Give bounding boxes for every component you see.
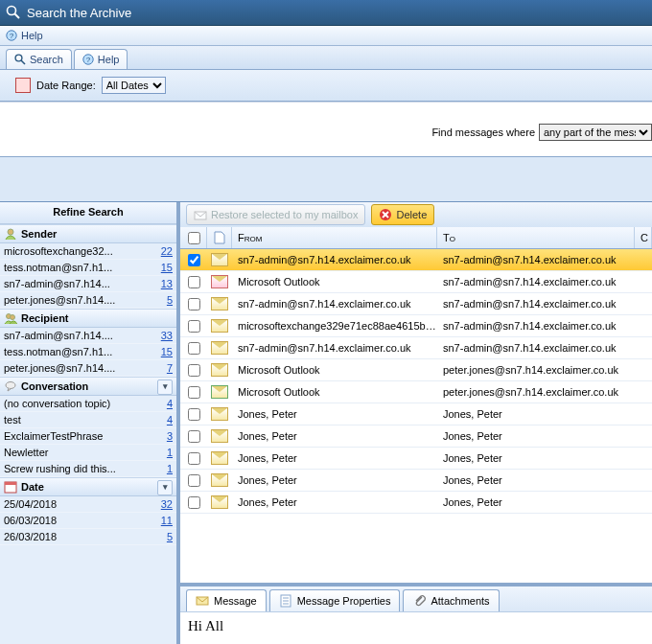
- grid-header: From To C: [180, 227, 652, 249]
- item-count[interactable]: 15: [155, 346, 173, 357]
- sidebar-item[interactable]: microsoftexchange32...22: [0, 243, 176, 260]
- item-count[interactable]: 5: [161, 294, 173, 306]
- sidebar-item[interactable]: 06/03/201811: [0, 513, 176, 529]
- row-from: sn7-admin@sn7.h14.exclaimer.co.uk: [232, 298, 437, 310]
- row-checkbox[interactable]: [180, 273, 207, 291]
- item-count[interactable]: 11: [155, 515, 173, 526]
- find-scope-select[interactable]: any part of the message: [539, 124, 652, 141]
- tab-message[interactable]: Message: [186, 589, 267, 611]
- table-row[interactable]: Jones, PeterJones, Peter: [180, 448, 652, 470]
- sidebar-item[interactable]: sn7-admin@sn7.h14....33: [0, 328, 176, 344]
- tab-attachments[interactable]: Attachments: [403, 589, 499, 611]
- table-row[interactable]: sn7-admin@sn7.h14.exclaimer.co.uksn7-adm…: [180, 249, 652, 271]
- sidebar-item[interactable]: Screw rushing did this...1: [0, 461, 176, 477]
- item-label: 26/03/2018: [4, 531, 161, 542]
- delete-button[interactable]: Delete: [371, 204, 434, 225]
- chevron-down-icon[interactable]: ▾: [157, 480, 173, 495]
- row-from: Microsoft Outlook: [232, 386, 437, 398]
- sidebar-section-recipient[interactable]: Recipient: [0, 309, 176, 328]
- table-row[interactable]: microsoftexchange329e71ec88ae4615bb...sn…: [180, 315, 652, 337]
- sidebar-section-date[interactable]: Date▾: [0, 477, 176, 496]
- row-checkbox[interactable]: [180, 405, 207, 424]
- item-count[interactable]: 4: [161, 398, 173, 409]
- tab-help[interactable]: ? Help: [74, 49, 128, 69]
- row-checkbox[interactable]: [180, 427, 207, 446]
- sidebar-section-sender[interactable]: Sender: [0, 224, 176, 243]
- table-row[interactable]: Microsoft Outlookpeter.jones@sn7.h14.exc…: [180, 359, 652, 381]
- item-count[interactable]: 15: [155, 262, 173, 273]
- row-checkbox[interactable]: [180, 449, 207, 468]
- header-cc[interactable]: C: [635, 227, 652, 248]
- svg-point-10: [11, 315, 15, 320]
- row-icon: [207, 341, 232, 355]
- table-row[interactable]: sn7-admin@sn7.h14.exclaimer.co.uksn7-adm…: [180, 293, 652, 315]
- table-row[interactable]: sn7-admin@sn7.h14.exclaimer.co.uksn7-adm…: [180, 337, 652, 359]
- item-count[interactable]: 1: [161, 447, 173, 458]
- restore-button[interactable]: Restore selected to my mailbox: [186, 204, 365, 225]
- row-to: Jones, Peter: [437, 452, 635, 464]
- tab-properties[interactable]: Message Properties: [269, 589, 401, 611]
- window-title: Search the Archive: [27, 6, 131, 20]
- table-row[interactable]: Jones, PeterJones, Peter: [180, 426, 652, 448]
- row-from: Jones, Peter: [232, 430, 437, 442]
- row-to: peter.jones@sn7.h14.exclaimer.co.uk: [437, 386, 635, 398]
- table-row[interactable]: Jones, PeterJones, Peter: [180, 470, 652, 492]
- envelope-icon: [211, 385, 228, 399]
- sidebar-item[interactable]: sn7-admin@sn7.h14...13: [0, 276, 176, 292]
- sidebar-item[interactable]: tess.notman@sn7.h1...15: [0, 260, 176, 276]
- tab-label: Search: [30, 54, 63, 65]
- header-checkbox[interactable]: [180, 227, 207, 248]
- menu-help[interactable]: Help: [21, 30, 43, 41]
- item-count[interactable]: 22: [155, 245, 173, 257]
- item-count[interactable]: 5: [161, 531, 173, 542]
- row-checkbox[interactable]: [180, 494, 207, 512]
- table-row[interactable]: Jones, PeterJones, Peter: [180, 492, 652, 514]
- tab-search[interactable]: Search: [6, 49, 72, 69]
- row-to: sn7-admin@sn7.h14.exclaimer.co.uk: [437, 254, 635, 265]
- help-icon: ?: [6, 30, 17, 41]
- item-count[interactable]: 7: [161, 362, 173, 374]
- item-count[interactable]: 3: [161, 430, 173, 442]
- svg-text:?: ?: [86, 56, 91, 64]
- sidebar-item[interactable]: (no conversation topic)4: [0, 396, 176, 412]
- row-icon: [207, 429, 232, 443]
- row-checkbox[interactable]: [180, 383, 207, 402]
- row-checkbox[interactable]: [180, 339, 207, 357]
- item-count[interactable]: 32: [155, 498, 173, 510]
- svg-text:?: ?: [10, 32, 14, 40]
- date-range-select[interactable]: All Dates: [102, 77, 166, 94]
- chevron-down-icon[interactable]: ▾: [157, 380, 173, 395]
- header-to[interactable]: To: [437, 227, 635, 248]
- envelope-icon: [211, 495, 228, 509]
- header-icon: [207, 227, 232, 248]
- tab-label: Message: [214, 595, 257, 607]
- header-from[interactable]: From: [232, 227, 437, 248]
- sidebar-item[interactable]: Newletter1: [0, 445, 176, 461]
- row-checkbox[interactable]: [180, 472, 207, 490]
- row-from: sn7-admin@sn7.h14.exclaimer.co.uk: [232, 254, 437, 265]
- row-checkbox[interactable]: [180, 317, 207, 335]
- title-bar: Search the Archive: [0, 0, 652, 26]
- table-row[interactable]: Microsoft Outlooksn7-admin@sn7.h14.excla…: [180, 271, 652, 293]
- sidebar-item[interactable]: 25/04/201832: [0, 496, 176, 513]
- paperclip-icon: [412, 594, 426, 608]
- envelope-icon: [211, 253, 228, 266]
- row-icon: [207, 297, 232, 310]
- sidebar-section-conversation[interactable]: Conversation▾: [0, 377, 176, 396]
- row-checkbox[interactable]: [180, 295, 207, 313]
- sidebar-item[interactable]: peter.jones@sn7.h14....7: [0, 360, 176, 377]
- item-count[interactable]: 4: [161, 414, 173, 426]
- tab-strip: Search ? Help: [0, 46, 652, 70]
- row-checkbox[interactable]: [180, 361, 207, 380]
- table-row[interactable]: Microsoft Outlookpeter.jones@sn7.h14.exc…: [180, 381, 652, 403]
- sidebar-item[interactable]: ExclaimerTestPhrase3: [0, 428, 176, 445]
- sidebar-item[interactable]: peter.jones@sn7.h14....5: [0, 292, 176, 309]
- sidebar-item[interactable]: test4: [0, 412, 176, 428]
- table-row[interactable]: Jones, PeterJones, Peter: [180, 403, 652, 426]
- row-checkbox[interactable]: [180, 251, 207, 269]
- sidebar-item[interactable]: tess.notman@sn7.h1...15: [0, 344, 176, 360]
- item-count[interactable]: 33: [155, 330, 173, 341]
- sidebar-item[interactable]: 26/03/20185: [0, 529, 176, 545]
- item-count[interactable]: 13: [155, 278, 173, 289]
- item-count[interactable]: 1: [161, 463, 173, 474]
